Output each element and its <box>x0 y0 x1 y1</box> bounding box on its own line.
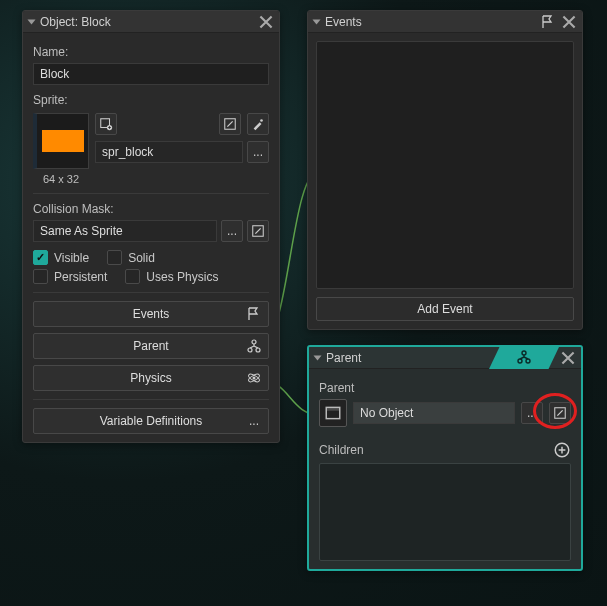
close-icon[interactable] <box>562 15 576 29</box>
close-icon[interactable] <box>259 15 273 29</box>
name-input[interactable] <box>33 63 269 85</box>
svg-rect-15 <box>326 407 340 410</box>
parent-object-input[interactable] <box>353 402 515 424</box>
add-event-label: Add Event <box>417 302 472 316</box>
sprite-label: Sprite: <box>33 93 269 107</box>
accent-swoosh <box>489 347 559 369</box>
parent-button[interactable]: Parent <box>33 333 269 359</box>
svg-point-3 <box>260 119 263 122</box>
collapse-icon[interactable] <box>28 19 36 24</box>
edit-sprite-button[interactable] <box>219 113 241 135</box>
variable-definitions-button[interactable]: Variable Definitions ... <box>33 408 269 434</box>
hierarchy-icon <box>516 349 532 368</box>
events-button[interactable]: Events <box>33 301 269 327</box>
parent-edit-button[interactable] <box>549 402 571 424</box>
parent-browse-button[interactable]: ... <box>521 402 543 424</box>
collapse-icon[interactable] <box>313 19 321 24</box>
parent-label: Parent <box>319 381 571 395</box>
ellipsis-icon: ... <box>246 413 262 429</box>
visible-label: Visible <box>54 251 89 265</box>
close-icon[interactable] <box>561 351 575 365</box>
sprite-name-input[interactable] <box>95 141 243 163</box>
solid-checkbox[interactable]: Solid <box>107 250 155 265</box>
collision-edit-button[interactable] <box>247 220 269 242</box>
flag-icon <box>246 306 262 322</box>
physics-button-label: Physics <box>130 371 171 385</box>
vardefs-button-label: Variable Definitions <box>100 414 203 428</box>
parent-titlebar: Parent <box>309 347 581 369</box>
collision-label: Collision Mask: <box>33 202 269 216</box>
add-child-button[interactable] <box>553 441 571 459</box>
solid-label: Solid <box>128 251 155 265</box>
sprite-swatch <box>42 130 84 152</box>
svg-point-7 <box>256 348 260 352</box>
object-titlebar: Object: Block <box>23 11 279 33</box>
parent-thumbnail[interactable] <box>319 399 347 427</box>
sprite-browse-button[interactable]: ... <box>247 141 269 163</box>
physics-button[interactable]: Physics <box>33 365 269 391</box>
atom-icon <box>246 370 262 386</box>
events-title: Events <box>325 15 534 29</box>
svg-point-11 <box>522 351 526 355</box>
visible-checkbox[interactable]: Visible <box>33 250 89 265</box>
add-event-button[interactable]: Add Event <box>316 297 574 321</box>
svg-point-12 <box>518 359 522 363</box>
children-list[interactable] <box>319 463 571 561</box>
persistent-label: Persistent <box>54 270 107 284</box>
parent-button-label: Parent <box>133 339 168 353</box>
svg-point-13 <box>526 359 530 363</box>
persistent-checkbox[interactable]: Persistent <box>33 269 107 284</box>
object-title: Object: Block <box>40 15 253 29</box>
collision-browse-button[interactable]: ... <box>221 220 243 242</box>
sprite-dimensions: 64 x 32 <box>33 173 89 185</box>
paint-sprite-button[interactable] <box>247 113 269 135</box>
new-sprite-button[interactable] <box>95 113 117 135</box>
sprite-preview[interactable] <box>33 113 89 169</box>
hierarchy-icon <box>246 338 262 354</box>
events-titlebar: Events <box>308 11 582 33</box>
events-list[interactable] <box>316 41 574 289</box>
uses-physics-label: Uses Physics <box>146 270 218 284</box>
flag-icon <box>540 14 556 30</box>
collision-mask-input[interactable] <box>33 220 217 242</box>
name-label: Name: <box>33 45 269 59</box>
svg-point-6 <box>248 348 252 352</box>
svg-point-8 <box>253 377 256 380</box>
children-label: Children <box>319 443 364 457</box>
uses-physics-checkbox[interactable]: Uses Physics <box>125 269 218 284</box>
collapse-icon[interactable] <box>314 355 322 360</box>
svg-point-5 <box>252 340 256 344</box>
events-button-label: Events <box>133 307 170 321</box>
